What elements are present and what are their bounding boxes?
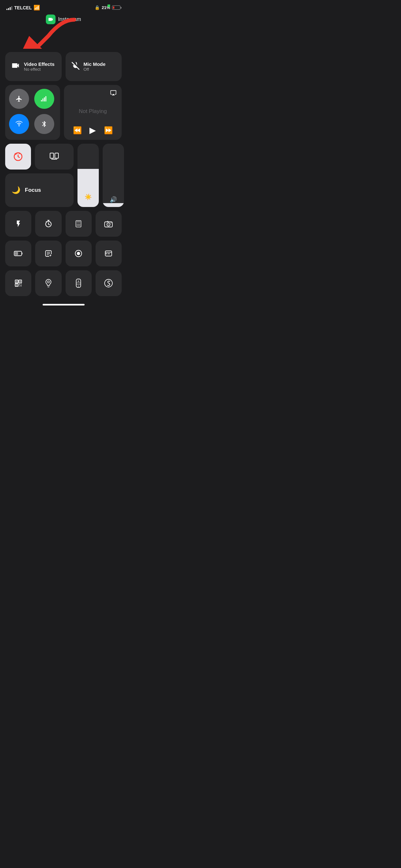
svg-point-58 [80, 284, 81, 285]
mic-mode-subtitle: Off [84, 67, 105, 72]
qr-code-tile[interactable] [5, 270, 31, 296]
tools-row-2 [5, 241, 122, 267]
lock-mirror-row: 🌙 Focus ☀️ 🔊 [5, 144, 122, 207]
svg-point-21 [108, 224, 110, 225]
mic-mode-icon [71, 62, 80, 71]
flashlight-tile[interactable] [5, 211, 31, 237]
svg-rect-2 [42, 98, 43, 101]
svg-point-57 [78, 284, 79, 285]
svg-rect-7 [55, 153, 58, 158]
camera-tile[interactable] [96, 211, 122, 237]
svg-point-56 [77, 284, 78, 285]
battery-tile-btn[interactable] [5, 241, 31, 267]
lock-orientation-icon: 🔒 [95, 5, 100, 10]
mic-mode-text: Mic Mode Off [84, 61, 105, 72]
svg-rect-1 [41, 100, 42, 102]
brightness-icon: ☀️ [85, 193, 92, 200]
rewind-button[interactable]: ⏪ [73, 126, 82, 135]
svg-rect-43 [19, 281, 21, 282]
svg-rect-48 [19, 285, 20, 286]
svg-point-13 [77, 224, 78, 224]
screen-record-tile[interactable] [66, 241, 92, 267]
svg-point-53 [77, 283, 78, 283]
svg-rect-25 [22, 252, 23, 254]
wifi-status-icon: 📶 [34, 4, 40, 11]
svg-point-52 [78, 281, 80, 282]
battery-indicator [112, 5, 120, 10]
screen-mirror-tile[interactable] [35, 144, 73, 169]
bluetooth-button[interactable] [34, 114, 54, 134]
calculator-tile[interactable] [66, 211, 92, 237]
connectivity-tile [5, 85, 60, 140]
control-center: Video Effects No effect Mic Mode Off [0, 52, 127, 296]
wifi-button[interactable] [9, 114, 29, 134]
media-controls: ⏪ ▶ ⏩ [69, 125, 117, 135]
video-effects-tile[interactable]: Video Effects No effect [5, 52, 62, 81]
svg-rect-4 [45, 96, 47, 102]
fast-forward-button[interactable]: ⏩ [104, 126, 113, 135]
svg-point-18 [80, 225, 80, 226]
red-arrow [10, 17, 81, 49]
svg-rect-46 [19, 283, 20, 285]
left-col: 🌙 Focus [5, 144, 73, 207]
video-effects-text: Video Effects No effect [24, 61, 55, 72]
wallet-tile[interactable] [96, 241, 122, 267]
sliders-col: ☀️ 🔊 [78, 144, 124, 207]
svg-rect-45 [16, 284, 18, 286]
svg-rect-12 [76, 221, 81, 222]
svg-rect-41 [16, 281, 18, 282]
video-effects-title: Video Effects [24, 61, 55, 67]
top-controls-row: Video Effects No effect Mic Mode Off [5, 52, 122, 81]
signal-bars [6, 5, 12, 10]
svg-rect-49 [20, 285, 22, 286]
timer-tile[interactable] [35, 211, 61, 237]
svg-point-15 [80, 224, 80, 224]
svg-point-35 [77, 252, 80, 255]
svg-point-59 [78, 286, 79, 287]
mic-mode-title: Mic Mode [84, 61, 105, 67]
svg-point-23 [111, 222, 112, 223]
focus-moon-icon: 🌙 [11, 186, 20, 194]
svg-point-14 [78, 224, 79, 224]
remote-tile[interactable] [66, 270, 92, 296]
svg-point-50 [48, 281, 50, 283]
shazam-tile[interactable] [96, 270, 122, 296]
notes-tile[interactable] [35, 241, 61, 267]
airplane-mode-button[interactable] [9, 89, 29, 109]
home-indicator [0, 300, 127, 308]
mic-mode-tile[interactable]: Mic Mode Off [66, 52, 122, 81]
rotation-lock-tile[interactable] [5, 144, 31, 169]
carrier-label: TELCEL [14, 5, 32, 10]
svg-rect-6 [50, 153, 54, 158]
airplay-icon[interactable] [110, 89, 117, 97]
home-bar [42, 304, 85, 306]
lock-mirror-pair [5, 144, 73, 169]
svg-point-55 [80, 283, 81, 283]
play-button[interactable]: ▶ [89, 125, 96, 135]
hearing-tile[interactable] [35, 270, 61, 296]
svg-point-17 [78, 225, 79, 226]
status-left: TELCEL 📶 [6, 4, 40, 11]
svg-point-54 [78, 283, 79, 283]
svg-rect-3 [44, 97, 45, 101]
media-header [69, 89, 117, 97]
focus-tile[interactable]: 🌙 Focus [5, 174, 73, 207]
svg-rect-47 [21, 283, 22, 284]
arrow-container [0, 29, 127, 52]
cellular-button[interactable] [34, 89, 54, 109]
svg-point-16 [77, 225, 78, 226]
brightness-slider[interactable]: ☀️ [78, 144, 99, 207]
video-effects-subtitle: No effect [24, 67, 55, 72]
tools-row-1 [5, 211, 122, 237]
volume-slider[interactable]: 🔊 [103, 144, 124, 207]
volume-icon: 🔊 [110, 196, 117, 203]
tools-row-3 [5, 270, 122, 296]
focus-label: Focus [25, 187, 41, 193]
svg-rect-22 [107, 221, 109, 222]
connectivity-media-row: Not Playing ⏪ ▶ ⏩ [5, 85, 122, 140]
video-effects-icon [11, 61, 20, 72]
svg-rect-26 [15, 252, 18, 255]
not-playing-label: Not Playing [69, 97, 117, 125]
media-tile[interactable]: Not Playing ⏪ ▶ ⏩ [64, 85, 122, 140]
